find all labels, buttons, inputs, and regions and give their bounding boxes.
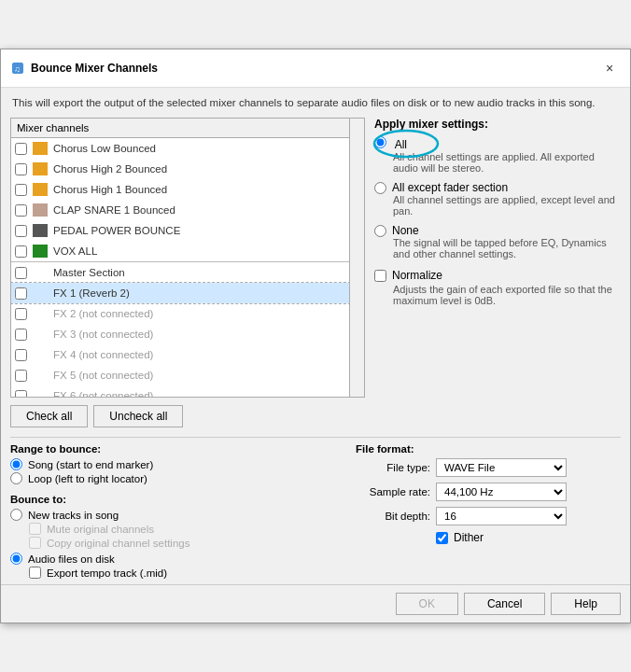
export-tempo-label[interactable]: Export tempo track (.mid): [47, 567, 167, 579]
none-option: None The signal will be tapped before EQ…: [374, 224, 621, 259]
channel-checkbox[interactable]: [15, 329, 27, 341]
file-type-row: File type: WAVE File MP3 File OGG File F…: [356, 458, 621, 477]
all-desc: All channel settings are applied. All ex…: [393, 151, 621, 174]
close-button[interactable]: ×: [598, 57, 621, 79]
loop-label[interactable]: Loop (left to right locator): [28, 473, 147, 484]
dialog-footer: OK Cancel Help: [1, 584, 630, 623]
channel-checkbox[interactable]: [15, 349, 27, 361]
channel-color-swatch: [33, 162, 48, 175]
channel-color-swatch: [33, 203, 48, 217]
loop-option: Loop (left to right locator): [10, 472, 337, 484]
new-tracks-label[interactable]: New tracks in song: [28, 510, 119, 521]
none-radio[interactable]: [374, 225, 386, 237]
bottom-left: Range to bounce: Song (start to end mark…: [10, 443, 337, 579]
scrollbar[interactable]: [349, 119, 364, 397]
bounce-to-section: Bounce to: New tracks in song Mute origi…: [10, 494, 337, 579]
left-panel: Mixer channels Chorus Low BouncedChorus …: [10, 118, 365, 427]
sample-rate-select[interactable]: 44,100 Hz 48,000 Hz 88,200 Hz 96,000 Hz: [436, 483, 567, 501]
none-desc: The signal will be tapped before EQ, Dyn…: [393, 237, 621, 259]
channel-checkbox[interactable]: [15, 143, 27, 155]
check-all-button[interactable]: Check all: [10, 405, 88, 427]
dither-checkbox[interactable]: [436, 532, 448, 544]
copy-settings-label: Copy original channel settings: [47, 538, 189, 549]
normalize-desc: Adjusts the gain of each exported file s…: [393, 284, 621, 306]
all-radio[interactable]: [374, 136, 386, 148]
channel-name: Chorus Low Bounced: [53, 143, 156, 154]
channel-item: FX 4 (not connected): [11, 344, 364, 365]
channel-checkbox[interactable]: [15, 245, 27, 258]
loop-radio[interactable]: [10, 472, 22, 484]
except-fader-label[interactable]: All except fader section: [392, 181, 508, 194]
channel-checkbox[interactable]: [15, 225, 27, 237]
channel-color-swatch: [33, 224, 48, 237]
channel-item: Chorus High 1 Bounced: [11, 179, 364, 200]
new-tracks-radio[interactable]: [10, 509, 22, 521]
check-uncheck-buttons: Check all Uncheck all: [10, 405, 365, 427]
channel-checkbox[interactable]: [15, 184, 27, 196]
sample-rate-label: Sample rate:: [356, 486, 430, 497]
channel-name: FX 4 (not connected): [53, 349, 153, 360]
channel-name: FX 5 (not connected): [53, 370, 153, 381]
channel-item: FX 5 (not connected): [11, 365, 364, 385]
channel-checkbox[interactable]: [15, 370, 27, 382]
song-label[interactable]: Song (start to end marker): [28, 459, 153, 470]
channel-checkbox[interactable]: [15, 308, 27, 320]
mixer-channels-header: Mixer channels: [11, 119, 364, 138]
dialog-description: This will export the output of the selec…: [1, 88, 630, 118]
channel-item: FX 6 (not connected): [11, 385, 364, 398]
channel-name: VOX ALL: [53, 245, 97, 257]
mute-original-row: Mute original channels: [29, 523, 337, 535]
channel-name: FX 6 (not connected): [53, 390, 153, 398]
channel-list: Chorus Low BouncedChorus High 2 BouncedC…: [11, 138, 364, 398]
channel-checkbox[interactable]: [15, 163, 27, 175]
channel-item: PEDAL POWER BOUNCE: [11, 220, 364, 241]
export-tempo-checkbox[interactable]: [29, 567, 41, 579]
ok-button[interactable]: OK: [396, 593, 458, 615]
audio-files-label[interactable]: Audio files on disk: [28, 553, 115, 565]
channel-name: CLAP SNARE 1 Bounced: [53, 204, 175, 216]
copy-settings-row: Copy original channel settings: [29, 537, 337, 549]
new-tracks-options: Mute original channels Copy original cha…: [29, 523, 337, 549]
file-type-select[interactable]: WAVE File MP3 File OGG File FLAC File: [436, 458, 567, 477]
all-option-container: All: [374, 136, 407, 151]
none-label[interactable]: None: [392, 224, 419, 237]
main-content: Mixer channels Chorus Low BouncedChorus …: [1, 118, 630, 437]
channel-checkbox[interactable]: [15, 267, 27, 279]
channel-checkbox[interactable]: [15, 287, 27, 300]
except-fader-desc: All channel settings are applied, except…: [393, 194, 621, 217]
audio-files-options: Export tempo track (.mid): [29, 567, 337, 579]
normalize-checkbox[interactable]: [374, 270, 386, 282]
channel-item: Chorus High 2 Bounced: [11, 159, 364, 179]
new-tracks-option: New tracks in song: [10, 509, 337, 521]
dither-label[interactable]: Dither: [454, 531, 484, 544]
bounce-mixer-channels-dialog: ♫ Bounce Mixer Channels × This will expo…: [0, 49, 631, 623]
channel-checkbox[interactable]: [15, 204, 27, 217]
channel-item: FX 2 (not connected): [11, 303, 364, 324]
mute-original-checkbox[interactable]: [29, 523, 41, 535]
channel-name: FX 3 (not connected): [53, 329, 153, 340]
channel-name: FX 1 (Reverb 2): [53, 287, 130, 299]
bit-depth-row: Bit depth: 16 24 32: [356, 507, 621, 525]
except-fader-radio[interactable]: [374, 182, 386, 194]
sample-rate-row: Sample rate: 44,100 Hz 48,000 Hz 88,200 …: [356, 483, 621, 501]
normalize-label[interactable]: Normalize: [392, 269, 442, 282]
export-tempo-row: Export tempo track (.mid): [29, 567, 337, 579]
mute-original-label: Mute original channels: [47, 524, 154, 535]
song-radio[interactable]: [10, 458, 22, 470]
channel-item: FX 1 (Reverb 2): [11, 283, 364, 303]
channel-item: Master Section: [11, 262, 364, 283]
channel-item: Chorus Low Bounced: [11, 138, 364, 159]
channel-name: Chorus High 2 Bounced: [53, 163, 167, 175]
cancel-button[interactable]: Cancel: [464, 593, 545, 615]
dialog-title: Bounce Mixer Channels: [31, 62, 158, 75]
help-button[interactable]: Help: [551, 593, 621, 615]
copy-settings-checkbox[interactable]: [29, 537, 41, 549]
audio-files-radio[interactable]: [10, 553, 22, 565]
channel-name: PEDAL POWER BOUNCE: [53, 225, 180, 236]
channel-checkbox[interactable]: [15, 390, 27, 399]
all-label[interactable]: All: [395, 138, 407, 151]
uncheck-all-button[interactable]: Uncheck all: [93, 405, 183, 427]
bit-depth-select[interactable]: 16 24 32: [436, 507, 567, 525]
dither-row: Dither: [436, 531, 621, 544]
title-bar: ♫ Bounce Mixer Channels ×: [1, 49, 630, 88]
